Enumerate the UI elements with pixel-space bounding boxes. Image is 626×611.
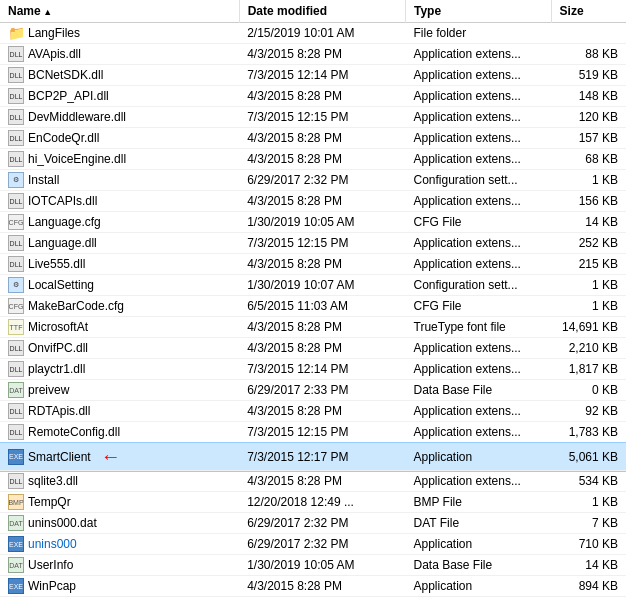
table-row[interactable]: DLLRemoteConfig.dll7/3/2015 12:15 PMAppl…	[0, 422, 626, 443]
file-name-cell[interactable]: DLLDevMiddleware.dll	[0, 107, 230, 127]
file-size: 7 KB	[551, 513, 626, 534]
file-name: playctr1.dll	[28, 362, 85, 376]
file-name: SmartClient	[28, 450, 91, 464]
table-row[interactable]: DLLBCP2P_API.dll4/3/2015 8:28 PMApplicat…	[0, 86, 626, 107]
file-type: Application extens...	[406, 128, 552, 149]
dll-icon: DLL	[8, 340, 24, 356]
file-type: Application extens...	[406, 149, 552, 170]
dll-icon: DLL	[8, 193, 24, 209]
file-name: UserInfo	[28, 558, 73, 572]
table-row[interactable]: ⚙Install6/29/2017 2:32 PMConfiguration s…	[0, 170, 626, 191]
file-name-cell[interactable]: DATpreivew	[0, 380, 230, 400]
file-date: 4/3/2015 8:28 PM	[239, 338, 405, 359]
table-row[interactable]: DLLEnCodeQr.dll4/3/2015 8:28 PMApplicati…	[0, 128, 626, 149]
table-row[interactable]: CFGLanguage.cfg1/30/2019 10:05 AMCFG Fil…	[0, 212, 626, 233]
col-header-size[interactable]: Size	[551, 0, 626, 23]
file-name: preivew	[28, 383, 69, 397]
file-name: TempQr	[28, 495, 71, 509]
file-name: Install	[28, 173, 59, 187]
file-name-cell[interactable]: ⚙LocalSetting	[0, 275, 230, 295]
file-name-cell[interactable]: DLLOnvifPC.dll	[0, 338, 230, 358]
file-name-cell[interactable]: DLLLanguage.dll	[0, 233, 230, 253]
table-row[interactable]: 📁LangFiles2/15/2019 10:01 AMFile folder	[0, 23, 626, 44]
col-header-date[interactable]: Date modified	[239, 0, 405, 23]
file-name-cell[interactable]: DLLRDTApis.dll	[0, 401, 230, 421]
file-date: 7/3/2015 12:15 PM	[239, 107, 405, 128]
table-row[interactable]: BMPTempQr12/20/2018 12:49 ...BMP File1 K…	[0, 492, 626, 513]
file-size: 0 KB	[551, 380, 626, 401]
file-type: Application extens...	[406, 86, 552, 107]
file-name-cell[interactable]: EXEunins000	[0, 534, 230, 554]
file-type: Application extens...	[406, 191, 552, 212]
file-name-cell[interactable]: DLLLive555.dll	[0, 254, 230, 274]
file-type: Application extens...	[406, 254, 552, 275]
table-row[interactable]: TTFMicrosoftAt4/3/2015 8:28 PMTrueType f…	[0, 317, 626, 338]
table-row[interactable]: EXESmartClient←7/3/2015 12:17 PMApplicat…	[0, 443, 626, 471]
folder-icon: 📁	[8, 25, 24, 41]
file-date: 1/30/2019 10:05 AM	[239, 212, 405, 233]
file-name: EnCodeQr.dll	[28, 131, 99, 145]
file-type: CFG File	[406, 296, 552, 317]
table-row[interactable]: DLLhi_VoiceEngine.dll4/3/2015 8:28 PMApp…	[0, 149, 626, 170]
file-list-body: 📁LangFiles2/15/2019 10:01 AMFile folderD…	[0, 23, 626, 597]
file-name-cell[interactable]: CFGMakeBarCode.cfg	[0, 296, 230, 316]
file-name-cell[interactable]: DLLhi_VoiceEngine.dll	[0, 149, 230, 169]
table-row[interactable]: DATunins000.dat6/29/2017 2:32 PMDAT File…	[0, 513, 626, 534]
file-date: 7/3/2015 12:15 PM	[239, 233, 405, 254]
file-name-cell[interactable]: TTFMicrosoftAt	[0, 317, 230, 337]
file-name: DevMiddleware.dll	[28, 110, 126, 124]
file-name-cell[interactable]: EXESmartClient←	[0, 443, 230, 470]
file-name-cell[interactable]: DLLRemoteConfig.dll	[0, 422, 230, 442]
table-row[interactable]: DLLOnvifPC.dll4/3/2015 8:28 PMApplicatio…	[0, 338, 626, 359]
file-name: unins000.dat	[28, 516, 97, 530]
file-size: 14 KB	[551, 555, 626, 576]
file-name-cell[interactable]: DLLEnCodeQr.dll	[0, 128, 230, 148]
col-header-type[interactable]: Type	[406, 0, 552, 23]
file-name-cell[interactable]: BMPTempQr	[0, 492, 230, 512]
file-type: Application	[406, 576, 552, 597]
file-name-cell[interactable]: DATunins000.dat	[0, 513, 230, 533]
file-size: 148 KB	[551, 86, 626, 107]
file-name-cell[interactable]: ⚙Install	[0, 170, 230, 190]
table-row[interactable]: DATUserInfo1/30/2019 10:05 AMData Base F…	[0, 555, 626, 576]
file-date: 4/3/2015 8:28 PM	[239, 317, 405, 338]
table-row[interactable]: DLLLive555.dll4/3/2015 8:28 PMApplicatio…	[0, 254, 626, 275]
file-name-cell[interactable]: DLLBCP2P_API.dll	[0, 86, 230, 106]
font-icon: TTF	[8, 319, 24, 335]
file-date: 2/15/2019 10:01 AM	[239, 23, 405, 44]
col-header-name[interactable]: Name	[0, 0, 239, 23]
table-row[interactable]: EXEWinPcap4/3/2015 8:28 PMApplication894…	[0, 576, 626, 597]
file-type: Application extens...	[406, 401, 552, 422]
table-row[interactable]: DLLAVApis.dll4/3/2015 8:28 PMApplication…	[0, 44, 626, 65]
file-name-cell[interactable]: EXEWinPcap	[0, 576, 230, 596]
file-name-cell[interactable]: 📁LangFiles	[0, 23, 230, 43]
dll-icon: DLL	[8, 109, 24, 125]
file-name: hi_VoiceEngine.dll	[28, 152, 126, 166]
file-name-cell[interactable]: CFGLanguage.cfg	[0, 212, 230, 232]
file-size: 156 KB	[551, 191, 626, 212]
table-row[interactable]: DLLplayctr1.dll7/3/2015 12:14 PMApplicat…	[0, 359, 626, 380]
file-name-cell[interactable]: DLLsqlite3.dll	[0, 471, 230, 491]
file-type: Data Base File	[406, 555, 552, 576]
table-row[interactable]: ⚙LocalSetting1/30/2019 10:07 AMConfigura…	[0, 275, 626, 296]
table-row[interactable]: DLLIOTCAPIs.dll4/3/2015 8:28 PMApplicati…	[0, 191, 626, 212]
file-name-cell[interactable]: DLLIOTCAPIs.dll	[0, 191, 230, 211]
file-name-cell[interactable]: DATUserInfo	[0, 555, 230, 575]
file-name-cell[interactable]: DLLBCNetSDK.dll	[0, 65, 230, 85]
table-row[interactable]: EXEunins0006/29/2017 2:32 PMApplication7…	[0, 534, 626, 555]
table-row[interactable]: DLLDevMiddleware.dll7/3/2015 12:15 PMApp…	[0, 107, 626, 128]
table-row[interactable]: DATpreivew6/29/2017 2:33 PMData Base Fil…	[0, 380, 626, 401]
file-type: Application	[406, 534, 552, 555]
table-row[interactable]: DLLsqlite3.dll4/3/2015 8:28 PMApplicatio…	[0, 471, 626, 492]
dat-icon: DAT	[8, 557, 24, 573]
file-name: IOTCAPIs.dll	[28, 194, 97, 208]
table-row[interactable]: DLLBCNetSDK.dll7/3/2015 12:14 PMApplicat…	[0, 65, 626, 86]
file-type: File folder	[406, 23, 552, 44]
table-row[interactable]: CFGMakeBarCode.cfg6/5/2015 11:03 AMCFG F…	[0, 296, 626, 317]
file-name-cell[interactable]: DLLplayctr1.dll	[0, 359, 230, 379]
table-row[interactable]: DLLLanguage.dll7/3/2015 12:15 PMApplicat…	[0, 233, 626, 254]
file-table: Name Date modified Type Size 📁LangFiles2…	[0, 0, 626, 597]
table-row[interactable]: DLLRDTApis.dll4/3/2015 8:28 PMApplicatio…	[0, 401, 626, 422]
file-name-cell[interactable]: DLLAVApis.dll	[0, 44, 230, 64]
file-date: 1/30/2019 10:05 AM	[239, 555, 405, 576]
